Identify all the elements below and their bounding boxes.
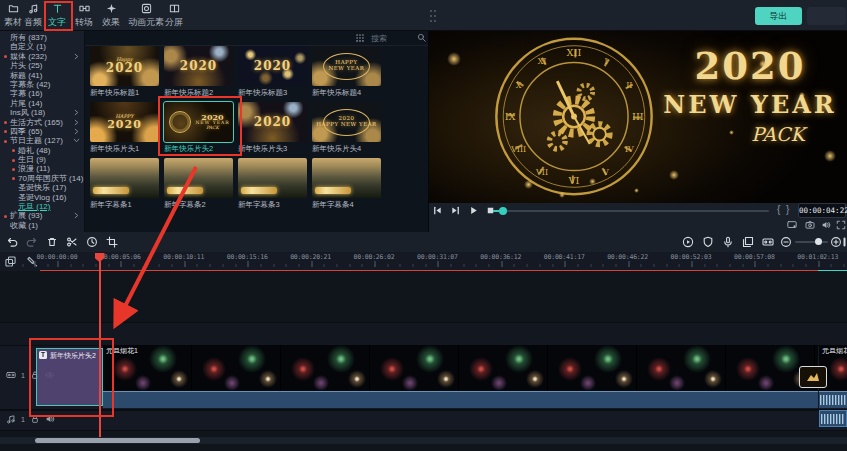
chevron-right-icon[interactable]: [73, 53, 80, 60]
render-preview-button[interactable]: [682, 236, 694, 248]
template-thumbnail[interactable]: 新年字幕条4: [312, 158, 381, 210]
chevron-right-icon[interactable]: [73, 212, 80, 219]
template-thumbnail[interactable]: 2020NEW YEARPACK新年快乐片头2: [164, 102, 233, 154]
sidebar-item-7[interactable]: 片尾 (14): [0, 99, 84, 108]
volume-icon[interactable]: [821, 220, 831, 230]
top-right-panel[interactable]: [807, 7, 846, 25]
lock-track-icon[interactable]: [30, 414, 40, 424]
playhead[interactable]: [99, 253, 101, 437]
redo-button[interactable]: [26, 236, 38, 248]
chevron-down-icon[interactable]: [73, 137, 80, 144]
tab-effects[interactable]: 效果: [102, 3, 120, 29]
panel-divider-grip[interactable]: [429, 9, 436, 22]
search-icon[interactable]: [417, 33, 426, 42]
svg-text:XII: XII: [567, 47, 582, 58]
template-thumbnail[interactable]: 新年字幕条3: [238, 158, 307, 210]
tab-label: 分屏: [165, 16, 183, 29]
template-thumbnail[interactable]: 2020HAPPY NEW YEAR新年快乐片头4: [312, 102, 381, 154]
timeline-zoom-slider[interactable]: [795, 241, 828, 243]
template-thumbnail[interactable]: 2020新年快乐标题2: [164, 46, 233, 98]
tab-elements[interactable]: 动画元素: [128, 3, 164, 29]
tab-transition[interactable]: 转场: [75, 3, 93, 29]
thumbnail-label: 新年字幕条2: [164, 200, 240, 210]
zoom-out-button[interactable]: [780, 236, 792, 248]
chevron-right-icon[interactable]: [73, 109, 80, 116]
tab-label: 文字: [48, 16, 66, 29]
sidebar-item-13[interactable]: 生日 (9): [0, 155, 84, 164]
sidebar-item-0[interactable]: 所有 (837): [0, 33, 84, 42]
sidebar-item-18[interactable]: 元旦 (12): [0, 202, 84, 211]
template-thumbnail[interactable]: 2020新年快乐标题3: [238, 46, 307, 98]
track-mute-icon[interactable]: [45, 414, 55, 424]
tab-splitscreen[interactable]: 分屏: [165, 3, 183, 29]
timeline-ruler[interactable]: 00:00:00:0000:00:05:0600:00:10:1100:00:1…: [0, 252, 847, 271]
sidebar-item-3[interactable]: 片头 (25): [0, 61, 84, 70]
seek-handle[interactable]: [499, 207, 507, 215]
zoom-slider-handle[interactable]: [815, 238, 822, 245]
crop-button[interactable]: [106, 236, 118, 248]
sidebar-item-17[interactable]: 圣诞Vlog (16): [0, 193, 84, 202]
template-thumbnail[interactable]: 新年字幕条1: [90, 158, 159, 210]
fullscreen-icon[interactable]: [836, 220, 846, 230]
sidebar-item-19[interactable]: 扩展 (93): [0, 211, 84, 220]
preview-video[interactable]: XII I II III IV V VI VII VIII IX X XI 20…: [429, 30, 847, 203]
tab-label: 动画元素: [128, 16, 164, 29]
mark-out-button[interactable]: }: [786, 204, 789, 215]
voiceover-button[interactable]: [722, 236, 734, 248]
timeline-clip-fireworks-1[interactable]: 元旦烟花1: [103, 345, 818, 407]
marker-button[interactable]: [702, 236, 714, 248]
speed-button[interactable]: [86, 236, 98, 248]
sidebar-item-16[interactable]: 圣诞快乐 (17): [0, 183, 84, 192]
grid-view-icon[interactable]: [355, 33, 365, 43]
delete-button[interactable]: [46, 236, 58, 248]
snapshot-camera-icon[interactable]: [805, 220, 815, 230]
sidebar-item-12[interactable]: 婚礼 (48): [0, 146, 84, 155]
previous-frame-button[interactable]: [432, 205, 443, 216]
export-button[interactable]: 导出: [755, 7, 802, 25]
chevron-right-icon[interactable]: [73, 128, 80, 135]
scrollbar-handle[interactable]: [35, 438, 200, 443]
sidebar-item-20[interactable]: 收藏 (1): [0, 221, 84, 230]
sidebar-item-4[interactable]: 标题 (41): [0, 71, 84, 80]
sidebar-item-6[interactable]: 字幕 (16): [0, 89, 84, 98]
sidebar-item-10[interactable]: 四季 (65): [0, 127, 84, 136]
tab-audio[interactable]: 音频: [24, 3, 42, 29]
template-thumbnail[interactable]: HAPPYNEW YEAR新年快乐标题4: [312, 46, 381, 98]
empty-track-lane[interactable]: [0, 322, 847, 346]
next-frame-button[interactable]: [450, 205, 461, 216]
sidebar-item-5[interactable]: 字幕条 (42): [0, 80, 84, 89]
sidebar-item-1[interactable]: 自定义 (1): [0, 42, 84, 51]
sidebar-item-14[interactable]: 浪漫 (11): [0, 164, 84, 173]
search-label[interactable]: 搜索: [371, 33, 387, 44]
sidebar-item-label: 扩展 (93): [10, 211, 42, 220]
template-thumbnail[interactable]: 2020新年快乐片头3: [238, 102, 307, 154]
template-thumbnail[interactable]: Happy2020新年快乐标题1: [90, 46, 159, 98]
sidebar-item-2[interactable]: 媒体 (232): [0, 52, 84, 61]
dragged-text-clip[interactable]: T 新年快乐片头2: [36, 348, 103, 406]
new-badge-dot: [12, 149, 15, 152]
text-clip-icon: T: [39, 351, 47, 359]
mixer-button[interactable]: [742, 236, 754, 248]
fit-timeline-button[interactable]: [841, 236, 847, 248]
split-clip-button[interactable]: [66, 236, 78, 248]
transition-indicator[interactable]: [799, 366, 827, 388]
sidebar-item-11[interactable]: 节日主题 (127): [0, 136, 84, 145]
timeline-scrollbar[interactable]: [0, 437, 847, 444]
mark-in-button[interactable]: {: [777, 204, 780, 215]
tab-media[interactable]: 素材: [4, 3, 22, 29]
timeline-audio-clip[interactable]: [819, 410, 847, 427]
play-button[interactable]: [468, 205, 479, 216]
screen-record-icon[interactable]: [787, 220, 797, 230]
undo-button[interactable]: [6, 236, 18, 248]
audio-track-lane[interactable]: [0, 410, 847, 431]
seek-bar[interactable]: [493, 210, 769, 212]
sidebar-item-8[interactable]: Ins风 (18): [0, 108, 84, 117]
thumbnail-text: 2020: [106, 62, 143, 75]
chevron-right-icon[interactable]: [73, 119, 80, 126]
preview-quality-button[interactable]: [762, 236, 774, 248]
tab-text[interactable]: 文字: [48, 3, 66, 29]
sidebar-item-15[interactable]: 70周年国庆节 (14): [0, 174, 84, 183]
template-thumbnail[interactable]: HAPPY2020新年快乐片头1: [90, 102, 159, 154]
template-thumbnail[interactable]: 新年字幕条2: [164, 158, 233, 210]
sidebar-item-9[interactable]: 生活方式 (165): [0, 118, 84, 127]
